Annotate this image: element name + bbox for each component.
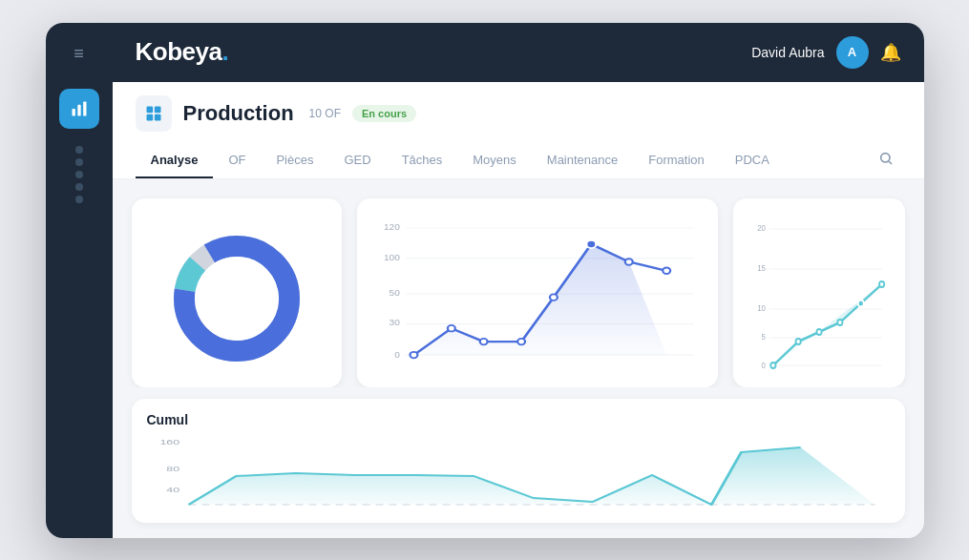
tab-moyens[interactable]: Moyens [457,143,532,178]
svg-point-28 [549,294,557,301]
sidebar: ≡ [46,23,113,538]
status-badge: En cours [352,105,416,122]
svg-point-47 [857,300,863,306]
tab-pdca[interactable]: PDCA [720,143,785,178]
page-subtitle: 10 OF [309,107,341,120]
svg-rect-1 [77,104,80,115]
avatar[interactable]: A [836,36,869,69]
svg-point-30 [624,259,632,265]
header-user: David Aubra A 🔔 [751,36,900,69]
svg-point-45 [816,329,821,335]
sidebar-dot-3 [75,171,83,178]
svg-point-26 [479,338,487,344]
svg-rect-5 [146,114,153,120]
chart-bar-icon [70,99,89,118]
search-icon[interactable] [871,143,901,177]
bell-icon[interactable]: 🔔 [880,42,901,63]
svg-text:0: 0 [761,360,766,370]
page-title-row: Production 10 OF En cours [136,95,901,132]
page-title: Production [183,101,294,126]
svg-rect-3 [146,106,153,113]
tab-formation[interactable]: Formation [633,143,720,178]
svg-line-8 [889,161,892,164]
svg-rect-4 [154,106,160,113]
svg-point-43 [770,363,775,368]
app-window: ≡ Kobeya. David Aubra A [46,23,924,538]
svg-rect-0 [72,109,74,116]
page-content: Production 10 OF En cours Analyse OF Piè… [113,82,924,538]
svg-marker-42 [772,284,881,365]
charts-area: Production 20 562 € Rebut 2 150 € [113,179,924,387]
hamburger-icon[interactable]: ≡ [74,44,84,64]
line-chart-svg: 120 100 50 30 0 [376,218,699,368]
tab-ged[interactable]: GED [328,143,386,178]
cumul-chart-card: Cumul 160 80 40 [132,399,905,523]
svg-point-48 [879,281,884,287]
tab-bar: Analyse OF Pièces GED Tâches Moyens Main… [136,143,901,178]
sidebar-dot-4 [75,183,83,191]
svg-text:80: 80 [166,465,179,472]
svg-text:50: 50 [389,288,399,297]
sidebar-dot-1 [75,146,83,154]
sidebar-item-analytics[interactable] [59,89,99,129]
svg-text:15: 15 [757,262,766,273]
header: Kobeya. David Aubra A 🔔 [113,23,924,82]
tab-of[interactable]: OF [213,143,261,178]
svg-text:30: 30 [389,319,399,327]
svg-text:100: 100 [383,253,399,261]
page-module-icon [136,95,172,132]
donut-chart-card: Production 20 562 € Rebut 2 150 € [132,198,342,387]
svg-point-24 [410,351,417,358]
page-header: Production 10 OF En cours Analyse OF Piè… [113,82,924,179]
line-chart-card: 120 100 50 30 0 [357,198,718,387]
sidebar-dot-2 [75,158,83,166]
tab-maintenance[interactable]: Maintenance [532,143,633,178]
sidebar-nav-dots [75,146,83,203]
svg-text:5: 5 [761,331,766,342]
sidebar-dot-5 [75,196,83,203]
svg-text:160: 160 [159,438,179,446]
svg-point-29 [586,239,596,247]
tab-analyse[interactable]: Analyse [136,143,214,178]
svg-rect-2 [83,101,86,115]
small-chart-card: 20 15 10 5 0 [733,198,905,387]
svg-point-7 [880,154,889,162]
svg-text:10: 10 [757,302,766,313]
svg-marker-53 [188,447,874,505]
main-content: Kobeya. David Aubra A 🔔 [113,23,924,538]
app-logo: Kobeya. [136,37,229,67]
svg-point-25 [447,324,454,331]
svg-point-46 [837,320,842,325]
svg-text:40: 40 [166,486,179,493]
cumul-chart-svg: 160 80 40 [147,433,890,519]
cumul-title: Cumul [147,412,890,427]
tab-pieces[interactable]: Pièces [261,143,328,178]
svg-point-27 [517,338,525,344]
svg-text:20: 20 [757,222,766,233]
small-chart-svg: 20 15 10 5 0 [752,218,886,380]
svg-text:120: 120 [383,222,399,231]
tab-taches[interactable]: Tâches [387,143,458,178]
svg-point-31 [663,267,670,274]
svg-point-44 [795,339,800,344]
lower-section: Cumul 160 80 40 [113,387,924,538]
svg-text:0: 0 [394,350,400,359]
donut-chart [165,227,308,370]
svg-rect-6 [154,114,160,120]
username-label: David Aubra [751,45,824,60]
